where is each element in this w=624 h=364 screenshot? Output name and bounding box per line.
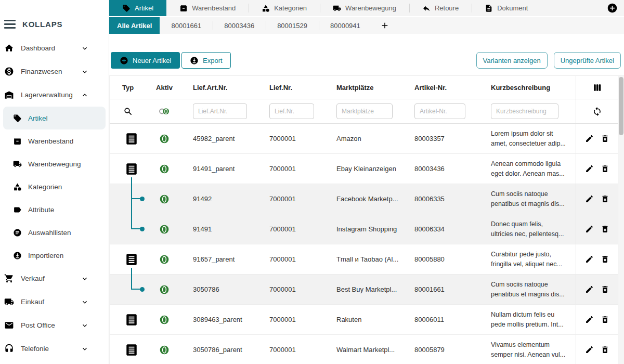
list-circle-icon: [13, 228, 22, 237]
sidebar-subitem-warenbestand[interactable]: Warenbestand: [0, 129, 109, 152]
header-aktiv[interactable]: Aktiv: [146, 76, 183, 99]
unchecked-articles-button[interactable]: Ungeprüfte Artikel: [554, 52, 621, 69]
edit-icon[interactable]: [585, 285, 594, 294]
tab-dokument[interactable]: Dokument: [472, 0, 541, 16]
delete-icon[interactable]: [601, 285, 609, 294]
active-status-icon[interactable]: [159, 134, 170, 144]
lief-nr-value: 7000001: [258, 305, 328, 334]
delete-icon[interactable]: [601, 315, 609, 324]
refresh-icon[interactable]: [592, 107, 602, 116]
category-icon: [13, 183, 22, 191]
table-row[interactable]: 91657_parent 7000001 Tmall и Taobao (Al.…: [110, 244, 624, 275]
lief-art-nr-value: 91657_parent: [183, 244, 258, 274]
kurzbeschreibung-value: Vivamus elementumsemper nisi. Aenean vul…: [491, 340, 565, 360]
sidebar-subitem-artikel[interactable]: Artikel: [3, 107, 106, 129]
subtab-article[interactable]: 80003436: [213, 17, 266, 34]
delete-icon[interactable]: [601, 164, 609, 173]
edit-icon[interactable]: [585, 255, 594, 264]
subtab-article[interactable]: 80001661: [160, 17, 213, 34]
active-status-icon[interactable]: [159, 284, 170, 295]
filter-kurzbeschreibung-input[interactable]: [491, 103, 558, 119]
filter-lief-art-nr-input[interactable]: [193, 103, 247, 119]
lief-nr-value: 7000001: [258, 124, 328, 153]
add-tab-button[interactable]: [372, 17, 398, 34]
table-row[interactable]: 45982_parent 7000001 Amazon 80003357 Lor…: [110, 124, 624, 154]
delete-icon[interactable]: [601, 194, 609, 203]
table-row[interactable]: 91492 7000001 Facebook Marketp... 800063…: [110, 184, 624, 214]
active-status-icon[interactable]: [159, 345, 170, 355]
delete-icon[interactable]: [601, 134, 609, 143]
tree-connector: [131, 274, 132, 290]
filter-lief-nr-input[interactable]: [269, 103, 314, 119]
hamburger-menu-icon[interactable]: [4, 20, 16, 29]
filter-marktplaetze-input[interactable]: [336, 103, 393, 119]
filter-artikel-nr-input[interactable]: [414, 103, 465, 119]
headset-icon: [4, 344, 14, 354]
delete-icon[interactable]: [601, 345, 609, 354]
tab-warenbestand[interactable]: Warenbestand: [166, 0, 249, 16]
subtab-alle-artikel[interactable]: Alle Artikel: [109, 17, 160, 34]
table-row[interactable]: 3089463_parent 7000001 Rakuten 80006011 …: [110, 305, 624, 335]
table-row[interactable]: 3050786_parent 7000001 Walmart Marketpl.…: [110, 335, 624, 364]
new-article-button[interactable]: Neuer Artikel: [111, 52, 180, 69]
header-actions: [576, 76, 618, 99]
active-status-icon[interactable]: [159, 164, 170, 174]
tab-kategorien[interactable]: Kategorien: [249, 0, 320, 16]
edit-icon[interactable]: [585, 345, 594, 354]
show-variants-button[interactable]: Varianten anzeigen: [476, 52, 548, 69]
aktiv-filter-toggle-icon[interactable]: [158, 107, 171, 116]
sidebar-item-einkauf[interactable]: Einkauf: [0, 290, 109, 314]
active-status-icon[interactable]: [159, 315, 170, 325]
marktplaetze-value: Rakuten: [328, 305, 406, 334]
marktplaetze-value: Ebay Kleinanzeigen: [328, 154, 406, 184]
tab-warenbewegung[interactable]: Warenbewegung: [320, 0, 409, 16]
parent-article-icon[interactable]: [125, 129, 138, 148]
active-status-icon[interactable]: [159, 194, 170, 204]
table-row[interactable]: 91491_parent 7000001 Ebay Kleinanzeigen …: [110, 154, 624, 184]
edit-icon[interactable]: [585, 164, 594, 173]
sidebar-subitem-attribute[interactable]: Attribute: [0, 198, 109, 221]
delete-icon[interactable]: [601, 225, 609, 233]
sidebar-item-finanzwesen[interactable]: Finanzwesen: [0, 60, 109, 83]
edit-icon[interactable]: [585, 225, 594, 233]
sidebar-item-telefonie[interactable]: Telefonie: [0, 337, 109, 360]
active-status-icon[interactable]: [159, 224, 170, 235]
tab-artikel[interactable]: Artikel: [109, 0, 166, 16]
header-lief-art-nr[interactable]: Lief.Art.Nr.: [183, 76, 258, 99]
table-row[interactable]: 91491 7000001 Instagram Shopping 8000633…: [110, 214, 624, 244]
sidebar-item-lagerverwaltung[interactable]: Lagerverwaltung: [0, 83, 109, 107]
sidebar-item-post-office[interactable]: Post Office: [0, 314, 109, 337]
sidebar-item-verkauf[interactable]: Verkauf: [0, 267, 109, 290]
sidebar-item-dashboard[interactable]: Dashboard: [0, 36, 109, 60]
sidebar-subitem-importieren[interactable]: Importieren: [0, 244, 109, 267]
scrollbar-thumb[interactable]: [619, 77, 623, 135]
edit-icon[interactable]: [585, 134, 594, 143]
export-button[interactable]: Export: [181, 52, 231, 69]
header-artikel-nr[interactable]: Artikel-Nr.: [406, 76, 479, 99]
kurzbeschreibung-value: Nullam dictum felis eupede mollis pretiu…: [491, 310, 564, 330]
lief-nr-value: 7000001: [258, 275, 328, 304]
subtab-article[interactable]: 80001529: [266, 17, 319, 34]
sidebar-subitem-auswahllisten[interactable]: Auswahllisten: [0, 221, 109, 244]
edit-icon[interactable]: [585, 194, 594, 203]
active-status-icon[interactable]: [159, 254, 170, 265]
header-typ[interactable]: Typ: [110, 76, 146, 99]
sidebar-subitem-warenbewegung[interactable]: Warenbewegung: [0, 152, 109, 175]
parent-article-icon[interactable]: [125, 160, 138, 178]
parent-article-icon[interactable]: [125, 341, 138, 359]
tab-retoure[interactable]: Retoure: [409, 0, 472, 16]
add-module-button[interactable]: [607, 3, 618, 14]
edit-icon[interactable]: [585, 315, 594, 324]
subtab-article[interactable]: 80000941: [319, 17, 372, 34]
parent-article-icon[interactable]: [125, 310, 138, 329]
artikel-nr-value: 80003357: [406, 124, 479, 153]
header-kurzbeschreibung[interactable]: Kurzbeschreibung: [479, 76, 576, 99]
header-lief-nr[interactable]: Lief.Nr.: [258, 76, 328, 99]
delete-icon[interactable]: [601, 255, 609, 264]
column-settings-icon[interactable]: [592, 83, 602, 93]
parent-article-icon[interactable]: [125, 250, 138, 269]
table-row[interactable]: 3050786 7000001 Best Buy Marketpl... 800…: [110, 275, 624, 305]
sidebar-subitem-kategorien[interactable]: Kategorien: [0, 175, 109, 198]
header-marktplaetze[interactable]: Marktplätze: [328, 76, 406, 99]
vertical-scrollbar[interactable]: [618, 76, 624, 364]
